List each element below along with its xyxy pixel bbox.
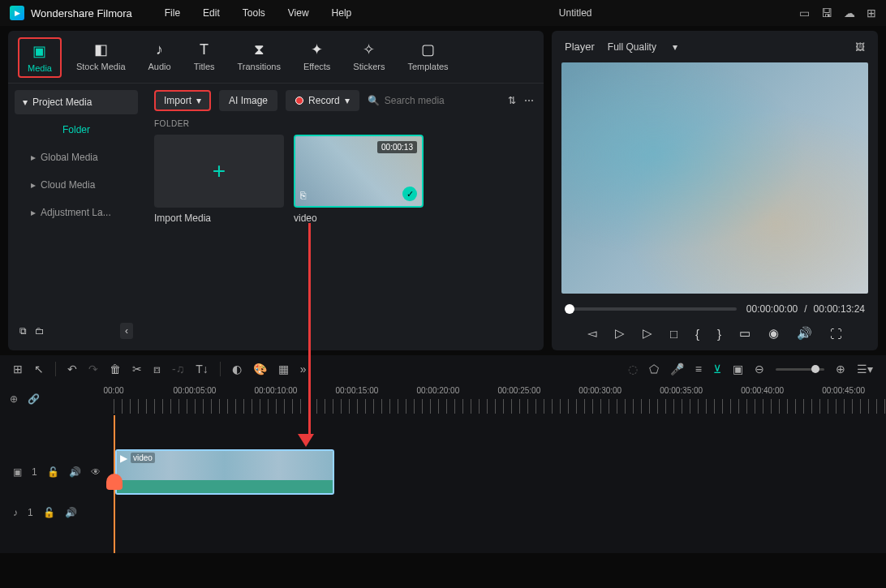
ai-image-button[interactable]: AI Image bbox=[219, 90, 277, 111]
check-icon: ✓ bbox=[402, 187, 417, 201]
tab-transitions[interactable]: ⧗Transitions bbox=[230, 37, 289, 78]
search-input[interactable] bbox=[385, 95, 466, 106]
record-button[interactable]: Record▾ bbox=[286, 90, 359, 111]
new-folder-icon[interactable]: ⧉ bbox=[19, 325, 27, 337]
chevron-down-icon: ▾ bbox=[196, 95, 201, 106]
mute-icon[interactable]: 🔊 bbox=[69, 466, 81, 478]
video-label: video bbox=[294, 212, 424, 224]
layout-icon[interactable]: ⊞ bbox=[13, 363, 23, 376]
palette-icon[interactable]: 🎨 bbox=[253, 363, 267, 376]
chevron-right-icon: ▸ bbox=[31, 179, 36, 191]
redo-icon[interactable]: ↷ bbox=[88, 363, 98, 376]
audio-icon: ♪ bbox=[156, 41, 163, 58]
tab-titles[interactable]: TTitles bbox=[186, 37, 223, 78]
plus-icon: + bbox=[213, 158, 226, 184]
tab-stock-media[interactable]: ◧Stock Media bbox=[68, 37, 134, 78]
crop-icon[interactable]: ⧈ bbox=[153, 363, 161, 376]
zoom-in-icon[interactable]: ⊕ bbox=[836, 363, 845, 376]
sidebar-project-media[interactable]: ▾Project Media bbox=[15, 90, 138, 114]
search-icon: 🔍 bbox=[368, 95, 380, 106]
text-icon[interactable]: T↓ bbox=[196, 363, 209, 376]
folder-icon[interactable]: 🗀 bbox=[35, 325, 45, 337]
video-thumbnail[interactable]: 00:00:13 ⎘ ✓ bbox=[294, 135, 424, 208]
grid-icon[interactable]: ⊞ bbox=[867, 6, 876, 19]
menu-file[interactable]: File bbox=[165, 7, 180, 19]
tab-effects[interactable]: ✦Effects bbox=[295, 37, 338, 78]
save-icon[interactable]: 🖫 bbox=[821, 6, 832, 19]
playhead[interactable] bbox=[114, 415, 115, 553]
zoom-out-icon[interactable]: ⊖ bbox=[755, 363, 764, 376]
view-options-icon[interactable]: ☰▾ bbox=[857, 363, 873, 376]
sidebar-global-media[interactable]: ▸Global Media bbox=[15, 145, 138, 170]
menu-tools[interactable]: Tools bbox=[243, 7, 265, 19]
chevron-right-icon: ▸ bbox=[31, 152, 36, 163]
fullscreen-icon[interactable]: ⛶ bbox=[830, 327, 842, 341]
menu-help[interactable]: Help bbox=[332, 7, 352, 19]
quality-dropdown[interactable]: Full Quality▾ bbox=[608, 41, 677, 53]
import-media-tile[interactable]: + bbox=[154, 135, 284, 208]
play-forward-icon[interactable]: ▷ bbox=[643, 326, 652, 341]
menu-view[interactable]: View bbox=[288, 7, 309, 19]
scrubber-knob[interactable] bbox=[565, 304, 574, 314]
lock-icon[interactable]: 🔓 bbox=[47, 466, 59, 478]
chevron-down-icon: ▾ bbox=[345, 95, 350, 106]
camera-icon[interactable]: ◉ bbox=[768, 326, 779, 341]
mark-out-icon[interactable]: } bbox=[717, 327, 721, 341]
menu-edit[interactable]: Edit bbox=[203, 7, 220, 19]
titles-icon: T bbox=[200, 41, 209, 58]
link-icon[interactable]: 🔗 bbox=[28, 393, 40, 405]
screen-icon[interactable]: ▭ bbox=[799, 6, 810, 19]
prev-frame-icon[interactable]: ◅ bbox=[587, 326, 597, 341]
mark-in-icon[interactable]: { bbox=[695, 327, 699, 341]
chevron-right-icon: ▸ bbox=[31, 207, 36, 218]
more-tools-icon[interactable]: » bbox=[300, 363, 307, 376]
shield-icon[interactable]: ⬠ bbox=[649, 363, 659, 376]
app-title: Wondershare Filmora bbox=[31, 7, 132, 19]
timeline-ruler[interactable]: 00:00 00:00:05:00 00:00:10:00 00:00:15:0… bbox=[114, 383, 886, 415]
visibility-icon[interactable]: 👁 bbox=[91, 466, 101, 478]
play-icon[interactable]: ▷ bbox=[615, 326, 625, 341]
snapshot-icon[interactable]: 🖼 bbox=[855, 41, 865, 53]
filter-icon[interactable]: ⇅ bbox=[508, 95, 516, 106]
add-to-timeline-icon[interactable]: ⎘ bbox=[300, 190, 306, 201]
cursor-icon[interactable]: ↖ bbox=[34, 363, 44, 376]
marker-dot-icon[interactable]: ◌ bbox=[628, 363, 638, 376]
undo-icon[interactable]: ↶ bbox=[67, 363, 77, 376]
stock-icon: ◧ bbox=[94, 41, 108, 58]
speed-icon[interactable]: -♫ bbox=[172, 363, 184, 376]
audio-track-icon: ♪ bbox=[13, 507, 18, 518]
player-label: Player bbox=[565, 41, 595, 53]
preview-canvas[interactable] bbox=[561, 62, 868, 294]
display-icon[interactable]: ▭ bbox=[739, 326, 751, 341]
cloud-upload-icon[interactable]: ☁ bbox=[844, 6, 855, 19]
chevron-down-icon: ▾ bbox=[673, 41, 677, 53]
zoom-slider[interactable] bbox=[776, 368, 824, 371]
marker-icon[interactable]: ▣ bbox=[733, 363, 743, 376]
sidebar-cloud-media[interactable]: ▸Cloud Media bbox=[15, 173, 138, 197]
tab-audio[interactable]: ♪Audio bbox=[140, 37, 179, 78]
cut-icon[interactable]: ✂ bbox=[132, 363, 142, 376]
sidebar-adjustment-layer[interactable]: ▸Adjustment La... bbox=[15, 200, 138, 225]
volume-icon[interactable]: 🔊 bbox=[797, 326, 812, 341]
mixer-icon[interactable]: ≡ bbox=[695, 363, 702, 376]
search-media[interactable]: 🔍 bbox=[368, 95, 500, 106]
stop-icon[interactable]: □ bbox=[670, 327, 677, 341]
more-icon[interactable]: ⋯ bbox=[524, 95, 534, 106]
adjust-icon[interactable]: ▦ bbox=[278, 363, 289, 376]
lock-icon[interactable]: 🔓 bbox=[43, 507, 55, 518]
tab-templates[interactable]: ▢Templates bbox=[399, 37, 456, 78]
color-wheel-icon[interactable]: ◐ bbox=[232, 363, 242, 376]
magnet-icon[interactable]: ⊻ bbox=[713, 363, 721, 376]
import-button[interactable]: Import▾ bbox=[154, 90, 211, 111]
sidebar-folder-label: Folder bbox=[15, 118, 138, 142]
delete-icon[interactable]: 🗑 bbox=[110, 363, 121, 376]
templates-icon: ▢ bbox=[421, 41, 435, 58]
collapse-icon[interactable]: ‹ bbox=[120, 323, 133, 339]
scrubber-track[interactable] bbox=[565, 307, 737, 311]
tab-media[interactable]: ▣Media bbox=[18, 37, 62, 78]
add-track-icon[interactable]: ⊕ bbox=[10, 393, 18, 405]
tab-stickers[interactable]: ✧Stickers bbox=[345, 37, 393, 78]
mute-icon[interactable]: 🔊 bbox=[65, 507, 77, 518]
timeline-clip[interactable]: ▶video bbox=[115, 449, 334, 495]
mic-icon[interactable]: 🎤 bbox=[670, 363, 684, 376]
